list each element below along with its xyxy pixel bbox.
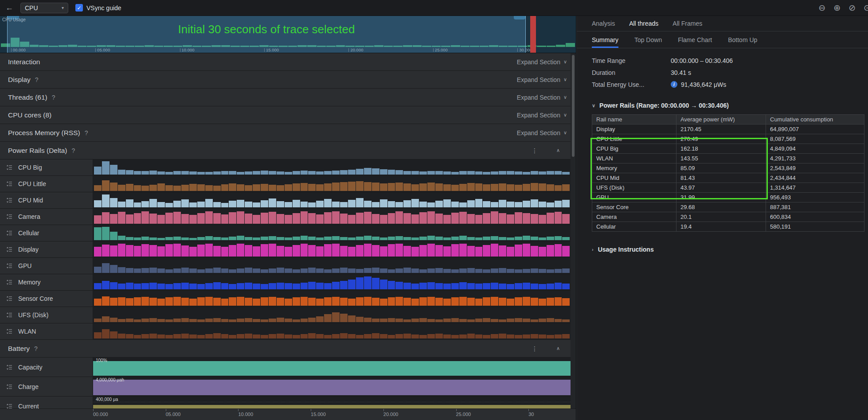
expand-section-button[interactable]: Expand Section∨: [517, 129, 567, 136]
tab-all-threads[interactable]: All threads: [629, 20, 658, 27]
scrollbar-thumb[interactable]: [572, 55, 575, 157]
collapse-section-icon[interactable]: ∧: [556, 346, 560, 351]
expand-section-button[interactable]: Expand Section∨: [517, 76, 567, 83]
chart-bar: [110, 245, 117, 257]
power-rail-chart-memory[interactable]: [93, 274, 571, 290]
expand-section-button[interactable]: Expand Section∨: [517, 58, 567, 66]
chart-bar: [459, 202, 467, 207]
table-row-cellular[interactable]: Cellular19.4580,191: [592, 222, 864, 232]
chart-bar: [269, 297, 276, 306]
section-battery[interactable]: Battery ? ⋮ ∧: [0, 340, 576, 358]
table-row-gpu[interactable]: GPU31.99956,493: [592, 193, 864, 202]
reset-zoom-icon[interactable]: ⊘: [848, 3, 856, 13]
section-threads-61[interactable]: Threads (61)?Expand Section∨: [0, 89, 576, 106]
chart-bar: [253, 171, 260, 175]
track-reorder-icon[interactable]: [7, 280, 12, 285]
usage-instructions-toggle[interactable]: › Usage Instructions: [592, 246, 868, 253]
summary-label: Time Range: [592, 57, 671, 64]
table-row-sensor-core[interactable]: Sensor Core29.68887,381: [592, 202, 864, 212]
chevron-down-icon: ∨: [563, 59, 567, 65]
time-axis-label: 00.000: [93, 412, 108, 417]
vertical-scrollbar[interactable]: [571, 53, 576, 408]
power-rail-chart-camera[interactable]: [93, 209, 571, 225]
collapse-section-icon[interactable]: ∧: [556, 148, 560, 153]
track-reorder-icon[interactable]: [7, 198, 12, 203]
track-reorder-icon[interactable]: [7, 230, 12, 236]
chart-bar: [165, 269, 173, 273]
power-rail-row-memory: Memory: [0, 274, 576, 291]
checkbox-checked-icon[interactable]: ✓: [75, 4, 83, 12]
track-reorder-icon[interactable]: [7, 329, 12, 334]
power-rail-chart-display[interactable]: [93, 241, 571, 257]
chart-bar: [419, 335, 427, 338]
cpu-usage-timeline[interactable]: CPU Usage Initial 30 seconds of trace se…: [0, 16, 576, 53]
expand-section-button[interactable]: Expand Section∨: [517, 112, 567, 119]
track-reorder-icon[interactable]: [7, 181, 12, 187]
battery-chart-charge[interactable]: 4,000,000 μah: [93, 377, 571, 396]
subtab-top-down[interactable]: Top Down: [634, 31, 662, 48]
section-interaction[interactable]: InteractionExpand Section∨: [0, 53, 576, 71]
kebab-menu-icon[interactable]: ⋮: [532, 345, 538, 352]
vsync-guide-toggle[interactable]: ✓ VSync guide: [75, 4, 121, 12]
track-reorder-icon[interactable]: [7, 214, 12, 219]
section-power-rails-delta[interactable]: Power Rails (Delta) ? ⋮ ∧: [0, 142, 576, 159]
power-rail-chart-cpu-big[interactable]: [93, 159, 571, 175]
expand-section-button[interactable]: Expand Section∨: [517, 94, 567, 101]
subtab-summary[interactable]: Summary: [592, 31, 618, 48]
track-reorder-icon[interactable]: [7, 296, 12, 301]
chart-bar: [269, 185, 276, 191]
back-arrow-icon[interactable]: ←: [5, 3, 13, 12]
table-row-camera[interactable]: Camera20.1600,834: [592, 212, 864, 222]
chart-bar: [141, 268, 149, 273]
subtab-flame-chart[interactable]: Flame Chart: [678, 31, 712, 48]
chart-bar: [269, 283, 276, 289]
power-rail-row-ufs-disk: UFS (Disk): [0, 307, 576, 323]
table-row-wlan[interactable]: WLAN143.554,291,733: [592, 154, 864, 163]
track-reorder-icon[interactable]: [7, 365, 12, 370]
track-reorder-icon[interactable]: [7, 165, 12, 170]
tab-analysis[interactable]: Analysis: [592, 20, 615, 27]
power-rail-chart-gpu[interactable]: [93, 258, 571, 274]
track-reorder-icon[interactable]: [7, 263, 12, 268]
section-display[interactable]: Display?Expand Section∨: [0, 71, 576, 89]
table-row-cpu-mid[interactable]: CPU Mid81.432,434,844: [592, 173, 864, 183]
chart-bar: [308, 333, 316, 338]
power-rail-chart-wlan[interactable]: [93, 323, 571, 339]
track-reorder-icon[interactable]: [7, 404, 12, 409]
table-row-cpu-little[interactable]: CPU Little270.498,087,569: [592, 134, 864, 144]
power-rail-chart-cellular[interactable]: [93, 225, 571, 241]
battery-chart-capacity[interactable]: 100%: [93, 358, 571, 377]
power-rail-chart-sensor-core[interactable]: [93, 291, 571, 307]
power-rail-chart-cpu-mid[interactable]: [93, 192, 571, 208]
chart-bar: [555, 334, 562, 338]
info-icon[interactable]: i: [671, 81, 677, 88]
track-reorder-icon[interactable]: [7, 247, 12, 252]
power-rail-chart-cpu-little[interactable]: [93, 176, 571, 192]
chart-bar: [149, 283, 157, 289]
table-row-memory[interactable]: Memory85.092,543,849: [592, 163, 864, 173]
zoom-out-icon[interactable]: ⊖: [818, 3, 825, 13]
table-row-ufs-disk[interactable]: UFS (Disk)43.971,314,647: [592, 183, 864, 193]
power-rail-chart-ufs-disk[interactable]: [93, 307, 571, 323]
subtab-bottom-up[interactable]: Bottom Up: [728, 31, 757, 48]
power-rails-range-header[interactable]: ∨ Power Rails (Range: 00:00.000 → 00:30.…: [592, 102, 868, 109]
process-selector-dropdown[interactable]: CPU ▾: [20, 3, 68, 13]
chart-bar: [403, 334, 411, 338]
zoom-in-icon[interactable]: ⊕: [833, 3, 841, 13]
track-reorder-icon[interactable]: [7, 384, 12, 389]
table-row-cpu-big[interactable]: CPU Big162.184,849,094: [592, 144, 864, 154]
chart-bar: [499, 334, 506, 338]
track-reorder-icon[interactable]: [7, 312, 12, 318]
tab-all-frames[interactable]: All Frames: [673, 20, 702, 27]
selection-handle-right[interactable]: [514, 16, 525, 19]
chart-bar: [499, 268, 506, 273]
chart-bar: [499, 213, 506, 224]
time-axis-label: 05.000: [166, 412, 181, 417]
zoom-to-selection-icon[interactable]: ⊙: [864, 3, 868, 13]
section-cpu-cores-8[interactable]: CPU cores (8)Expand Section∨: [0, 106, 576, 124]
chart-bar: [118, 236, 125, 240]
table-row-display[interactable]: Display2170.4564,890,007: [592, 124, 864, 134]
kebab-menu-icon[interactable]: ⋮: [532, 147, 538, 154]
section-process-memory-rss[interactable]: Process Memory (RSS)?Expand Section∨: [0, 124, 576, 142]
chart-bar: [293, 319, 300, 322]
